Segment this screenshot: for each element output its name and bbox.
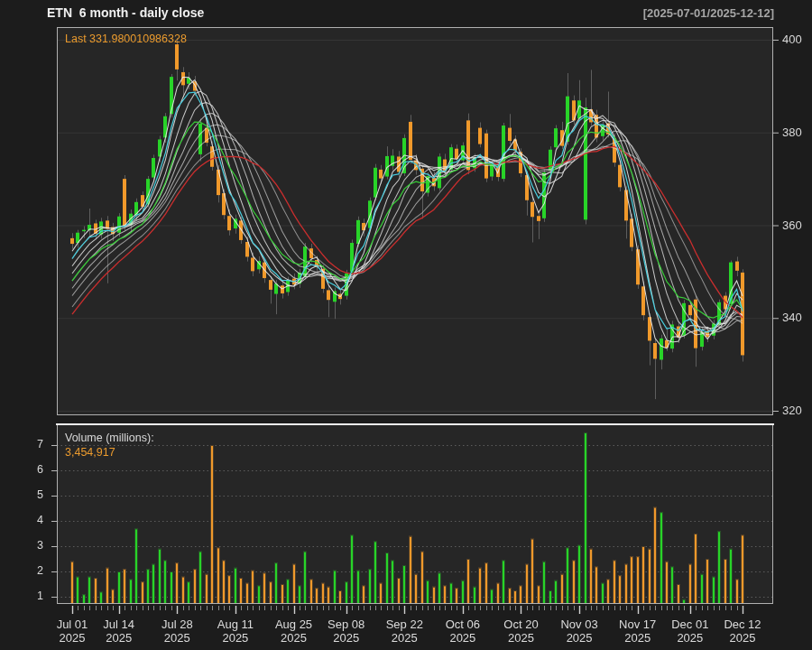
x-axis-label-date: Dec 01 — [661, 618, 719, 631]
x-axis-label: Dec 122025 — [714, 618, 771, 645]
date-range-label: [2025-07-01/2025-12-12] — [643, 6, 774, 20]
volume-last-value: 3,454,917 — [65, 446, 115, 459]
x-axis-label-year: 2025 — [550, 631, 608, 645]
price-tick-label: 320 — [782, 404, 802, 417]
x-axis-label: Oct 202025 — [492, 618, 549, 645]
x-axis-label-date: Dec 12 — [714, 618, 771, 631]
x-axis-label: Sep 082025 — [318, 618, 375, 645]
volume-tick-label: 1 — [27, 590, 43, 602]
price-volume-chart-canvas — [0, 0, 812, 650]
x-axis-label: Nov 032025 — [550, 618, 608, 645]
volume-tick-label: 7 — [27, 438, 43, 450]
x-axis-label-date: Aug 11 — [207, 618, 264, 631]
x-axis-label-date: Jul 28 — [148, 618, 206, 631]
x-axis-label: Oct 062025 — [434, 618, 492, 645]
volume-tick-label: 6 — [27, 463, 43, 476]
stock-chart-window: ETN 6 month - daily close [2025-07-01/20… — [0, 0, 812, 650]
x-axis-label-year: 2025 — [148, 631, 206, 645]
x-axis-label-date: Sep 22 — [375, 618, 433, 631]
x-axis-label: Aug 112025 — [207, 618, 264, 645]
price-tick-label: 360 — [782, 218, 802, 232]
volume-tick-label: 4 — [27, 514, 43, 526]
x-axis-label: Aug 252025 — [265, 618, 323, 645]
x-axis-label: Jul 142025 — [90, 618, 148, 645]
x-axis-label-date: Sep 08 — [318, 618, 375, 631]
x-axis-label-year: 2025 — [714, 631, 771, 645]
x-axis-label-year: 2025 — [318, 631, 375, 645]
price-tick-label: 340 — [782, 311, 802, 324]
x-axis-label-year: 2025 — [434, 631, 492, 645]
price-tick-label: 400 — [782, 32, 802, 46]
x-axis-label-year: 2025 — [90, 631, 148, 645]
x-axis-label: Sep 222025 — [375, 618, 433, 645]
volume-tick-label: 2 — [27, 564, 43, 577]
volume-legend-label: Volume (millions): — [65, 432, 154, 444]
x-axis-label: Jul 282025 — [148, 618, 206, 645]
x-axis-label-year: 2025 — [207, 631, 264, 645]
x-axis-label-year: 2025 — [609, 631, 667, 645]
volume-tick-label: 3 — [27, 539, 43, 552]
x-axis-label-date: Nov 17 — [609, 618, 667, 631]
x-axis-label: Dec 012025 — [661, 618, 719, 645]
x-axis-label-year: 2025 — [265, 631, 323, 645]
x-axis-label-year: 2025 — [492, 631, 549, 645]
volume-tick-label: 5 — [27, 488, 43, 501]
x-axis-label-date: Aug 25 — [265, 618, 323, 631]
x-axis-label-date: Jul 14 — [90, 618, 148, 631]
x-axis-label: Nov 172025 — [609, 618, 667, 645]
x-axis-label-year: 2025 — [375, 631, 433, 645]
x-axis-label-date: Oct 20 — [492, 618, 549, 631]
last-price-label: Last 331.980010986328 — [65, 32, 187, 45]
x-axis-label-year: 2025 — [661, 631, 719, 645]
x-axis-label-date: Nov 03 — [550, 618, 608, 631]
chart-title: ETN 6 month - daily close — [47, 5, 204, 20]
x-axis-label-date: Oct 06 — [434, 618, 492, 631]
price-tick-label: 380 — [782, 125, 802, 139]
